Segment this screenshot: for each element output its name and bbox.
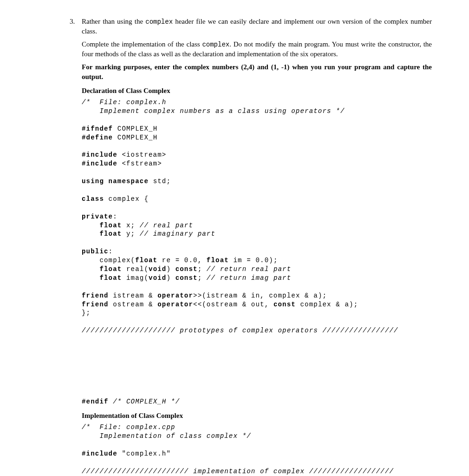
code-line: complex(float re = 0.0, float im = 0.0);: [82, 257, 278, 264]
code-line: #include <fstream>: [82, 160, 162, 167]
code-line: class complex {: [82, 195, 149, 203]
code-line: #endif /* COMPLEX_H */: [82, 398, 180, 405]
code-block-header: /* File: complex.h Implement complex num…: [82, 98, 432, 335]
code-endif: #endif /* COMPLEX_H */: [82, 397, 432, 406]
question-number: 3.: [70, 17, 82, 26]
section-heading-declaration: Declaration of Class Complex: [82, 86, 432, 95]
code-line: using namespace std;: [82, 178, 171, 185]
blank-space: [82, 339, 432, 395]
code-line: #include <iostream>: [82, 151, 166, 159]
question-item: 3. Rather than using the complex header …: [70, 17, 432, 476]
text: Rather than using the: [82, 18, 145, 25]
code-line: float real(void) const; // return real p…: [82, 265, 291, 273]
code-line: #define COMPLEX_H: [82, 134, 157, 141]
code-line: /* File: complex.cpp: [82, 423, 176, 431]
code-line: //////////////////////// implementation …: [82, 468, 394, 475]
code-line: public:: [82, 248, 113, 255]
inline-code: complex: [202, 41, 229, 48]
code-line: #ifndef COMPLEX_H: [82, 125, 157, 132]
text: Complete the implementation of the class: [82, 40, 202, 48]
code-line: float imag(void) const; // return imag p…: [82, 274, 291, 282]
section-heading-implementation: Implementation of Class Complex: [82, 411, 432, 420]
code-line: ///////////////////// prototypes of comp…: [82, 327, 398, 334]
question-content: Rather than using the complex header fil…: [82, 17, 432, 476]
inline-code: complex: [145, 18, 173, 26]
page: 3. Rather than using the complex header …: [0, 0, 469, 476]
code-line: friend ostream & operator<<(ostream & ou…: [82, 301, 358, 308]
code-line: private:: [82, 213, 117, 220]
code-line: float x; // real part: [82, 222, 193, 229]
code-line: friend istream & operator>>(istream & in…: [82, 292, 327, 299]
code-line: /* File: complex.h: [82, 99, 166, 106]
para-instruction: For marking purposes, enter the complex …: [82, 62, 432, 81]
code-block-impl: /* File: complex.cpp Implementation of c…: [82, 423, 432, 476]
code-line: };: [82, 309, 91, 317]
code-line: Implementation of class complex */: [82, 432, 251, 440]
para-1: Rather than using the complex header fil…: [82, 17, 432, 36]
code-line: float y; // imaginary part: [82, 230, 215, 238]
code-line: Implement complex numbers as a class usi…: [82, 107, 345, 115]
para-2: Complete the implementation of the class…: [82, 40, 432, 59]
code-line: #include "complex.h": [82, 450, 171, 457]
